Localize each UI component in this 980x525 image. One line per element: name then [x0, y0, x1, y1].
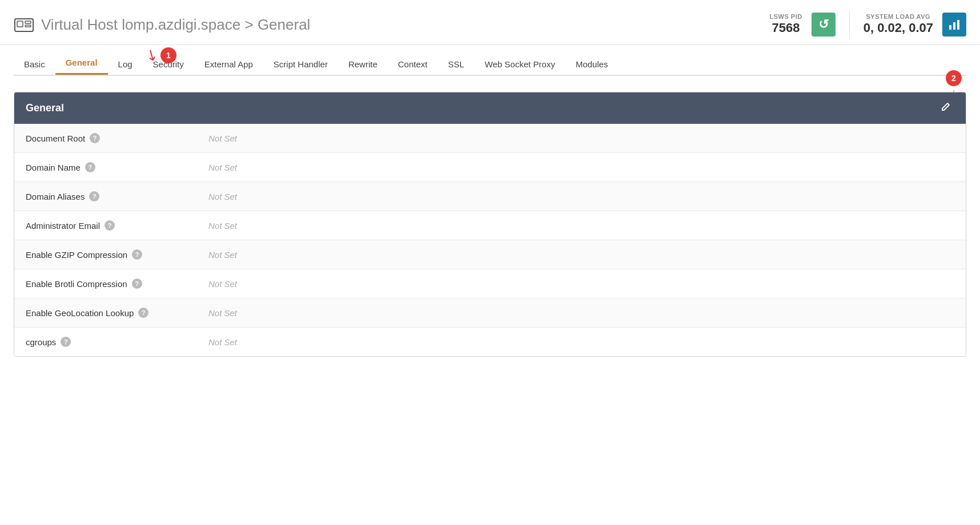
row-value: Not Set: [197, 124, 248, 152]
svg-rect-6: [957, 20, 959, 30]
header-right: LSWS PID 7568 ↺ SYSTEM LOAD AVG 0, 0.02,…: [770, 10, 967, 39]
page-title: Virtual Host lomp.azdigi.space > General: [41, 16, 310, 34]
tab-rewrite[interactable]: Rewrite: [338, 54, 388, 75]
header-divider: [849, 10, 850, 39]
svg-rect-4: [949, 25, 951, 30]
section-title: General: [26, 102, 64, 114]
table-row: Enable GZIP Compression?Not Set: [14, 240, 966, 269]
row-label: Enable GeoLocation Lookup?: [14, 298, 197, 327]
row-label-text: Enable Brotli Compression: [26, 279, 127, 289]
system-load-label: SYSTEM LOAD AVG: [863, 13, 933, 21]
row-label: Administrator Email?: [14, 211, 197, 240]
page-header: Virtual Host lomp.azdigi.space > General…: [0, 0, 980, 45]
tab-security[interactable]: Security: [143, 54, 194, 75]
general-section-card: General Document Root?Not SetDomain Name…: [14, 92, 966, 357]
row-label-text: Domain Aliases: [26, 192, 85, 201]
help-icon[interactable]: ?: [85, 162, 95, 172]
title-text: Virtual Host lomp.azdigi.space: [41, 16, 240, 33]
help-icon[interactable]: ?: [105, 220, 115, 231]
chart-icon: [948, 18, 961, 31]
lsws-value: 7568: [770, 21, 802, 35]
tab-modules[interactable]: Modules: [565, 54, 618, 75]
section-header: General: [14, 92, 966, 124]
table-row: Administrator Email?Not Set: [14, 211, 966, 240]
table-row: Enable GeoLocation Lookup?Not Set: [14, 298, 966, 328]
svg-rect-2: [25, 21, 31, 23]
tab-context[interactable]: Context: [388, 54, 438, 75]
restart-button[interactable]: ↺: [812, 13, 836, 37]
row-label-text: Document Root: [26, 134, 85, 143]
row-label: Domain Name?: [14, 153, 197, 181]
row-label: cgroups?: [14, 328, 197, 356]
help-icon[interactable]: ?: [89, 191, 99, 201]
row-value: Not Set: [197, 183, 248, 211]
tab-general[interactable]: General: [55, 52, 108, 75]
row-label-text: cgroups: [26, 337, 56, 347]
tab-external-app[interactable]: External App: [194, 54, 263, 75]
system-load-value: 0, 0.02, 0.07: [863, 21, 933, 35]
virtual-host-icon: [14, 14, 34, 35]
lsws-label: LSWS PID: [770, 13, 802, 21]
row-value: Not Set: [197, 154, 248, 181]
tab-ssl[interactable]: SSL: [437, 54, 474, 75]
row-label-text: Enable GeoLocation Lookup: [26, 308, 134, 318]
help-icon[interactable]: ?: [132, 249, 142, 260]
data-table: Document Root?Not SetDomain Name?Not Set…: [14, 124, 966, 356]
row-label: Enable Brotli Compression?: [14, 269, 197, 298]
tab-web-socket-proxy[interactable]: Web Socket Proxy: [475, 54, 565, 75]
table-row: cgroups?Not Set: [14, 328, 966, 356]
lsws-pid-block: LSWS PID 7568: [770, 13, 802, 36]
chart-button[interactable]: [942, 13, 966, 37]
tab-basic[interactable]: Basic: [14, 54, 55, 75]
tab-script-handler[interactable]: Script Handler: [263, 54, 338, 75]
row-label: Domain Aliases?: [14, 182, 197, 211]
table-row: Document Root?Not Set: [14, 124, 966, 153]
row-value: Not Set: [197, 212, 248, 240]
row-value: Not Set: [197, 328, 248, 356]
svg-rect-1: [17, 21, 23, 27]
help-icon[interactable]: ?: [132, 278, 142, 289]
help-icon[interactable]: ?: [90, 133, 100, 143]
help-icon[interactable]: ?: [138, 308, 148, 318]
tab-log[interactable]: Log: [108, 54, 143, 75]
row-value: Not Set: [197, 270, 248, 298]
svg-rect-3: [25, 25, 31, 27]
row-value: Not Set: [197, 299, 248, 327]
table-row: Domain Aliases?Not Set: [14, 182, 966, 211]
row-value: Not Set: [197, 241, 248, 269]
svg-rect-5: [953, 22, 955, 30]
row-label-text: Administrator Email: [26, 221, 100, 231]
edit-button[interactable]: [937, 100, 954, 116]
help-icon[interactable]: ?: [61, 337, 71, 347]
row-label: Document Root?: [14, 124, 197, 152]
table-row: Enable Brotli Compression?Not Set: [14, 269, 966, 298]
breadcrumb: > General: [244, 16, 310, 33]
system-load-block: SYSTEM LOAD AVG 0, 0.02, 0.07: [863, 13, 933, 36]
nav-area: ↙ 1 BasicGeneralLogSecurityExternal AppS…: [0, 45, 980, 76]
main-content: General Document Root?Not SetDomain Name…: [0, 76, 980, 370]
header-left: Virtual Host lomp.azdigi.space > General: [14, 14, 310, 35]
table-row: Domain Name?Not Set: [14, 153, 966, 182]
row-label-text: Domain Name: [26, 163, 81, 172]
edit-icon: [941, 102, 951, 112]
row-label: Enable GZIP Compression?: [14, 240, 197, 269]
row-label-text: Enable GZIP Compression: [26, 250, 127, 260]
